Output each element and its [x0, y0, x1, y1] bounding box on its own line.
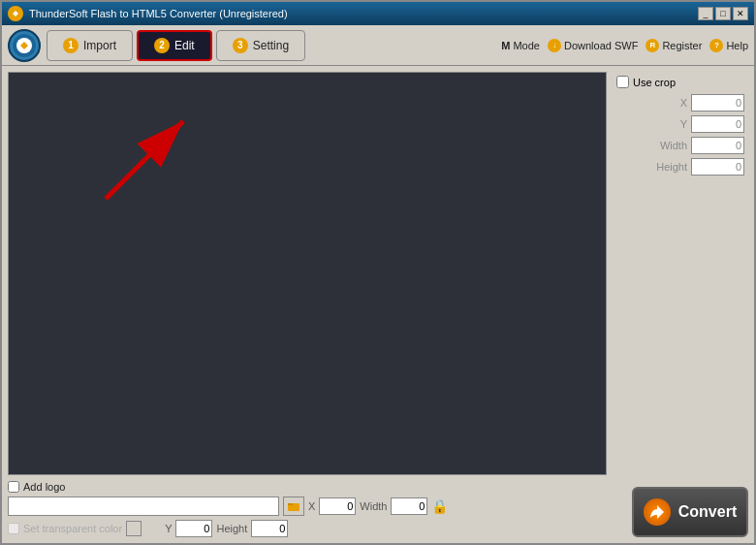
tab-setting[interactable]: 3 Setting — [216, 30, 305, 61]
crop-y-input[interactable] — [691, 115, 744, 133]
transparent-label: Set transparent color — [23, 523, 122, 534]
crop-width-row: Width — [616, 137, 744, 154]
tab-import-num: 1 — [63, 38, 79, 53]
crop-y-label: Y — [653, 118, 687, 130]
preview-canvas — [8, 72, 607, 475]
use-crop-row: Use crop — [616, 76, 744, 88]
add-logo-checkbox-label[interactable]: Add logo — [8, 481, 65, 493]
mode-label: Mode — [513, 40, 540, 51]
tab-import[interactable]: 1 Import — [47, 30, 133, 61]
app-icon — [8, 6, 23, 21]
window-controls: _ □ ✕ — [698, 7, 748, 20]
canvas-area: Add logo X Width 🔒 — [8, 72, 607, 537]
main-window: ThunderSoft Flash to HTML5 Converter (Un… — [0, 0, 756, 545]
height-label-bottom: Height — [216, 523, 247, 534]
download-swf-button[interactable]: ↓ Download SWF — [548, 39, 638, 52]
add-logo-row: Add logo — [8, 481, 607, 493]
tab-setting-num: 3 — [233, 38, 248, 53]
crop-height-row: Height — [616, 158, 744, 176]
convert-label: Convert — [678, 503, 737, 521]
convert-section: Convert — [613, 487, 748, 537]
crop-x-input[interactable] — [691, 94, 744, 112]
transparent-checkbox-label[interactable]: Set transparent color — [8, 523, 122, 534]
crop-x-label: X — [653, 97, 687, 109]
crop-y-row: Y — [616, 115, 744, 133]
tab-edit[interactable]: 2 Edit — [137, 30, 212, 61]
mode-icon: M — [501, 40, 510, 51]
convert-icon — [644, 498, 671, 526]
x-input-1[interactable] — [319, 497, 356, 515]
app-logo — [8, 29, 41, 62]
y-input-1[interactable] — [175, 520, 212, 537]
red-arrow-indicator — [86, 112, 203, 208]
convert-button[interactable]: Convert — [632, 487, 748, 537]
width-label-bottom: Width — [360, 500, 387, 512]
y-label-1: Y — [165, 523, 172, 534]
add-logo-label: Add logo — [23, 481, 65, 493]
color-picker-box[interactable] — [126, 521, 142, 536]
title-bar: ThunderSoft Flash to HTML5 Converter (Un… — [2, 2, 754, 25]
toolbar: 1 Import 2 Edit 3 Setting M Mode ↓ Downl… — [2, 25, 754, 66]
crop-height-input[interactable] — [691, 158, 744, 176]
use-crop-checkbox[interactable] — [616, 76, 629, 88]
crop-height-label: Height — [653, 161, 687, 173]
title-bar-left: ThunderSoft Flash to HTML5 Converter (Un… — [8, 6, 288, 21]
tab-import-label: Import — [83, 39, 116, 52]
add-logo-checkbox[interactable] — [8, 481, 19, 493]
folder-icon — [288, 500, 299, 512]
crop-section: Use crop X Y Width Height — [613, 72, 748, 183]
transparent-checkbox[interactable] — [8, 523, 19, 534]
crop-x-row: X — [616, 94, 744, 112]
lock-icon: 🔒 — [431, 498, 448, 514]
canvas-bottom: Add logo X Width 🔒 — [8, 481, 607, 537]
register-icon: R — [646, 39, 659, 52]
use-crop-label: Use crop — [633, 77, 676, 88]
tab-edit-num: 2 — [154, 38, 170, 53]
minimize-button[interactable]: _ — [698, 7, 713, 20]
maximize-button[interactable]: □ — [715, 7, 731, 20]
register-label: Register — [662, 40, 702, 51]
crop-width-input[interactable] — [691, 137, 744, 154]
height-input-bottom[interactable] — [251, 520, 288, 537]
download-label: Download SWF — [564, 40, 638, 51]
window-title: ThunderSoft Flash to HTML5 Converter (Un… — [29, 8, 288, 19]
close-button[interactable]: ✕ — [733, 7, 748, 20]
mode-button[interactable]: M Mode — [501, 40, 540, 51]
main-content: Add logo X Width 🔒 — [2, 66, 754, 543]
crop-width-label: Width — [653, 140, 687, 151]
svg-rect-6 — [288, 503, 293, 505]
register-button[interactable]: R Register — [646, 39, 702, 52]
toolbar-right: M Mode ↓ Download SWF R Register ? Help — [501, 39, 748, 52]
help-label: Help — [726, 40, 748, 51]
help-button[interactable]: ? Help — [709, 39, 748, 52]
help-icon: ? — [709, 39, 723, 52]
logo-path-input[interactable] — [8, 497, 279, 516]
x-label-1: X — [308, 500, 315, 512]
download-icon: ↓ — [548, 39, 561, 52]
right-panel: Use crop X Y Width Height — [613, 72, 748, 537]
svg-line-4 — [106, 121, 183, 199]
width-input-bottom[interactable] — [391, 497, 427, 515]
browse-button[interactable] — [283, 497, 304, 516]
tab-setting-label: Setting — [253, 39, 289, 52]
tab-edit-label: Edit — [174, 39, 195, 52]
